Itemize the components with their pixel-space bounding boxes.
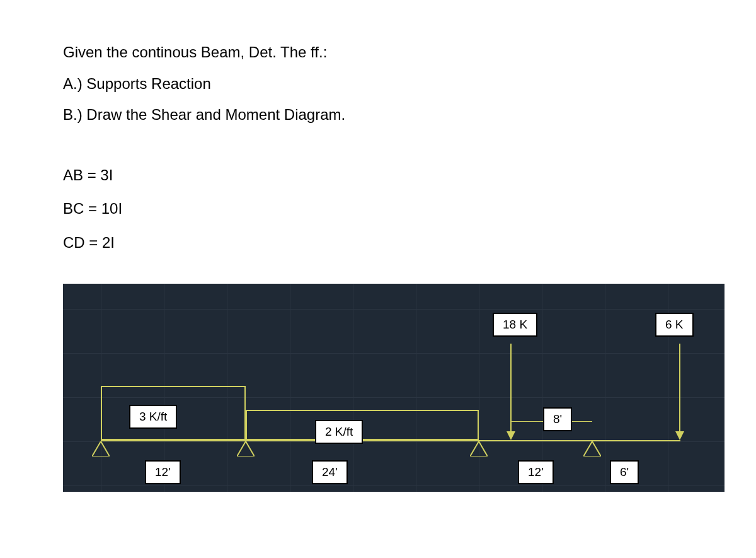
svg-marker-0 xyxy=(92,441,110,456)
point-load-6k-line xyxy=(679,344,680,432)
label-3kft: 3 K/ft xyxy=(129,405,177,429)
svg-marker-1 xyxy=(237,441,255,456)
problem-line-1: Given the continous Beam, Det. The ff.: xyxy=(63,38,756,67)
label-span-24: 24' xyxy=(312,460,348,484)
stiffness-cd: CD = 2I xyxy=(63,228,756,257)
stiffness-ab: AB = 3I xyxy=(63,161,756,190)
support-c xyxy=(470,441,488,456)
label-span-12a: 12' xyxy=(145,460,181,484)
stiffness-block: AB = 3I BC = 10I CD = 2I xyxy=(63,161,756,257)
problem-block: Given the continous Beam, Det. The ff.: … xyxy=(0,0,756,257)
point-load-18k-head xyxy=(507,431,515,440)
label-6k: 6 K xyxy=(655,313,694,337)
support-b xyxy=(237,441,255,456)
svg-marker-3 xyxy=(583,441,601,456)
label-span-12b: 12' xyxy=(518,460,554,484)
point-load-18k-line xyxy=(510,344,512,432)
label-8ft: 8' xyxy=(543,407,572,431)
point-load-6k-head xyxy=(675,431,684,440)
label-2kft: 2 K/ft xyxy=(315,420,363,444)
problem-line-3: B.) Draw the Shear and Moment Diagram. xyxy=(63,100,756,129)
label-span-6: 6' xyxy=(610,460,639,484)
beam-diagram: 18 K 6 K 3 K/ft 2 K/ft 8' 12' 24' 12' 6' xyxy=(63,284,724,492)
label-18k: 18 K xyxy=(493,313,537,337)
support-a xyxy=(92,441,110,456)
svg-marker-2 xyxy=(470,441,488,456)
problem-line-2: A.) Supports Reaction xyxy=(63,69,756,98)
support-d xyxy=(583,441,601,456)
stiffness-bc: BC = 10I xyxy=(63,194,756,223)
